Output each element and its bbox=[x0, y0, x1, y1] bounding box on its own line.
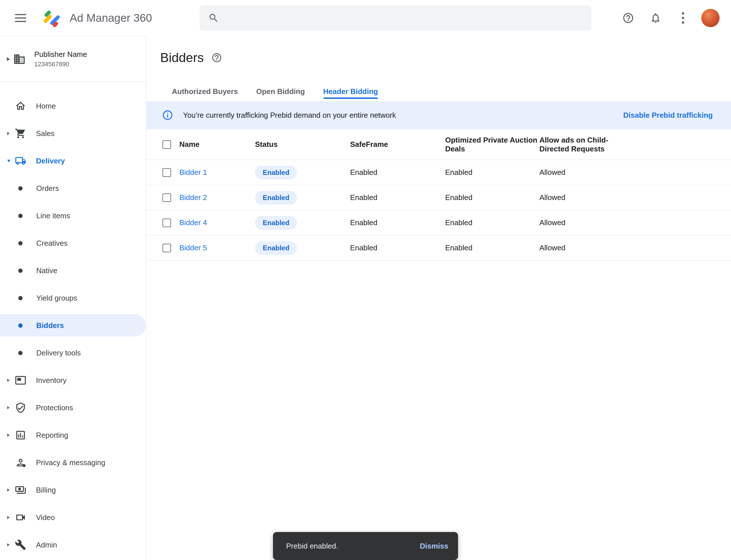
sidebar-item-home[interactable]: Home bbox=[0, 92, 146, 120]
sidebar-item-inventory[interactable]: Inventory bbox=[0, 367, 146, 394]
child-directed-value: Allowed bbox=[539, 218, 731, 227]
video-camera-icon bbox=[15, 512, 26, 523]
publisher-selector[interactable]: Publisher Name 1234567890 bbox=[0, 36, 146, 82]
ad-manager-logo-icon bbox=[42, 8, 62, 28]
private-auction-value: Enabled bbox=[445, 193, 539, 202]
chevron-down-icon bbox=[7, 160, 10, 162]
person-icon bbox=[15, 457, 26, 468]
chevron-right-icon bbox=[7, 57, 10, 61]
bar-chart-icon bbox=[15, 429, 26, 441]
select-all-checkbox[interactable] bbox=[163, 140, 171, 149]
sidebar-item-delivery-tools[interactable]: Delivery tools bbox=[0, 339, 146, 367]
status-badge: Enabled bbox=[255, 191, 297, 205]
sidebar-item-reporting[interactable]: Reporting bbox=[0, 421, 146, 449]
wrench-icon bbox=[15, 539, 26, 551]
private-auction-value: Enabled bbox=[445, 243, 539, 252]
toast-dismiss-button[interactable]: Dismiss bbox=[420, 542, 448, 551]
sidebar-item-privacy-messaging[interactable]: Privacy & messaging bbox=[0, 449, 146, 476]
row-checkbox[interactable] bbox=[163, 219, 171, 227]
bidder-link[interactable]: Bidder 2 bbox=[179, 193, 255, 202]
tab-authorized-buyers[interactable]: Authorized Buyers bbox=[172, 84, 238, 99]
avatar[interactable] bbox=[701, 9, 720, 27]
header-actions bbox=[614, 0, 731, 36]
menu-icon[interactable] bbox=[15, 12, 26, 24]
search-bar[interactable] bbox=[200, 5, 591, 31]
bullet-icon bbox=[18, 269, 23, 273]
ad-unit-icon bbox=[15, 375, 26, 386]
table-header-row: Name Status SafeFrame Optimized Private … bbox=[147, 129, 731, 160]
disable-prebid-link[interactable]: Disable Prebid trafficking bbox=[623, 111, 713, 120]
table-row: Bidder 4 Enabled Enabled Enabled Allowed bbox=[147, 210, 731, 235]
sidebar-item-sales[interactable]: Sales bbox=[0, 120, 146, 147]
home-icon bbox=[15, 100, 26, 112]
app-header: Ad Manager 360 bbox=[0, 0, 731, 36]
bidder-link[interactable]: Bidder 5 bbox=[179, 243, 255, 252]
bullet-icon bbox=[18, 296, 23, 300]
building-icon bbox=[13, 53, 26, 65]
chevron-right-icon bbox=[7, 406, 10, 409]
prebid-banner: You’re currently trafficking Prebid dema… bbox=[147, 101, 731, 129]
bullet-icon bbox=[18, 323, 23, 328]
child-directed-value: Allowed bbox=[539, 168, 731, 177]
payment-icon bbox=[15, 484, 26, 496]
more-vert-icon[interactable] bbox=[669, 12, 697, 24]
tab-header-bidding[interactable]: Header Bidding bbox=[323, 84, 378, 99]
tab-bar: Authorized Buyers Open Bidding Header Bi… bbox=[147, 84, 731, 99]
sidebar-item-native[interactable]: Native bbox=[0, 257, 146, 284]
shield-icon bbox=[15, 402, 26, 413]
sidebar-item-delivery[interactable]: Delivery bbox=[0, 147, 146, 175]
help-icon[interactable] bbox=[614, 12, 642, 24]
sidebar-item-bidders[interactable]: Bidders bbox=[0, 314, 146, 337]
ad-manager-logo bbox=[42, 8, 62, 28]
chevron-right-icon bbox=[7, 516, 10, 519]
bidder-link[interactable]: Bidder 4 bbox=[179, 218, 255, 227]
page-title: Bidders bbox=[160, 50, 204, 66]
sidebar-item-admin[interactable]: Admin bbox=[0, 531, 146, 559]
page-help-icon[interactable] bbox=[211, 52, 222, 63]
cart-icon bbox=[15, 128, 26, 139]
bullet-icon bbox=[18, 351, 23, 355]
row-checkbox[interactable] bbox=[163, 168, 171, 177]
sidebar-item-billing[interactable]: Billing bbox=[0, 476, 146, 504]
sidebar-item-yield-groups[interactable]: Yield groups bbox=[0, 284, 146, 312]
bullet-icon bbox=[18, 214, 23, 218]
banner-message: You’re currently trafficking Prebid dema… bbox=[183, 111, 396, 120]
status-badge: Enabled bbox=[255, 241, 297, 255]
safeframe-value: Enabled bbox=[350, 218, 445, 227]
column-header-private-auction: Optimized Private Auction Deals bbox=[445, 136, 539, 153]
chevron-right-icon bbox=[7, 488, 10, 491]
bullet-icon bbox=[18, 186, 23, 191]
truck-icon bbox=[15, 155, 26, 167]
private-auction-value: Enabled bbox=[445, 168, 539, 177]
search-input[interactable] bbox=[226, 13, 583, 23]
toast: Prebid enabled. Dismiss bbox=[273, 532, 458, 560]
sidebar-item-protections[interactable]: Protections bbox=[0, 394, 146, 421]
search-icon bbox=[208, 13, 219, 23]
table-row: Bidder 2 Enabled Enabled Enabled Allowed bbox=[147, 185, 731, 210]
column-header-safeframe: SafeFrame bbox=[350, 140, 445, 149]
safeframe-value: Enabled bbox=[350, 193, 445, 202]
sidebar-item-line-items[interactable]: Line items bbox=[0, 202, 146, 229]
app-title: Ad Manager 360 bbox=[70, 12, 152, 24]
status-badge: Enabled bbox=[255, 216, 297, 230]
row-checkbox[interactable] bbox=[163, 244, 171, 252]
tab-open-bidding[interactable]: Open Bidding bbox=[256, 84, 305, 99]
row-checkbox[interactable] bbox=[163, 193, 171, 202]
sidebar-item-creatives[interactable]: Creatives bbox=[0, 229, 146, 257]
publisher-name: Publisher Name bbox=[34, 50, 87, 59]
bidders-table: Name Status SafeFrame Optimized Private … bbox=[147, 129, 731, 261]
private-auction-value: Enabled bbox=[445, 218, 539, 227]
toast-message: Prebid enabled. bbox=[286, 542, 338, 551]
chevron-right-icon bbox=[7, 433, 10, 437]
sidebar-item-orders[interactable]: Orders bbox=[0, 175, 146, 202]
child-directed-value: Allowed bbox=[539, 243, 731, 252]
chevron-right-icon bbox=[7, 132, 10, 135]
notifications-icon[interactable] bbox=[642, 12, 669, 24]
info-icon bbox=[162, 109, 173, 121]
safeframe-value: Enabled bbox=[350, 243, 445, 252]
bidder-link[interactable]: Bidder 1 bbox=[179, 168, 255, 177]
chevron-right-icon bbox=[7, 543, 10, 546]
sidebar: Publisher Name 1234567890 Home Sales Del… bbox=[0, 36, 146, 560]
column-header-name: Name bbox=[179, 140, 255, 149]
sidebar-item-video[interactable]: Video bbox=[0, 504, 146, 531]
